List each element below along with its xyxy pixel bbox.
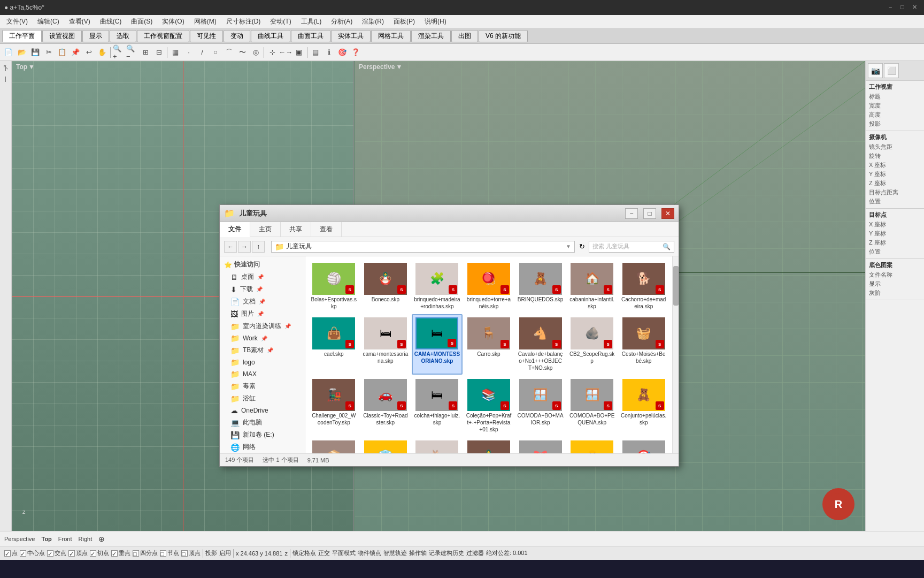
file-item-1[interactable]: 🏐 S Bolas+Esportivas.skp	[309, 260, 359, 313]
tab-mesh-tools[interactable]: 网格工具	[371, 30, 411, 42]
file-item-4[interactable]: 🪀 S brinquedo+torre+anéis.skp	[464, 260, 514, 313]
file-item-8[interactable]: 👜 S cael.skp	[309, 314, 359, 375]
tool-layer[interactable]: ▤	[309, 46, 322, 59]
tool-dim[interactable]: ←→	[279, 46, 292, 59]
snap-quad[interactable]: □ 四分点	[133, 549, 158, 557]
tool-mesh[interactable]: ⊹	[266, 46, 279, 59]
maximize-button[interactable]: □	[900, 4, 908, 11]
file-item-15[interactable]: 🚂 S Challenge_002_WoodenToy.skp	[309, 376, 359, 436]
tool-line[interactable]: /	[196, 46, 209, 59]
left-tool-2[interactable]: |	[1, 74, 11, 83]
file-item-19[interactable]: 🪟 S COMODA+BO+MAIOR.skp	[515, 376, 566, 436]
panel-icon-photo[interactable]: 📷	[868, 63, 883, 78]
sidebar-item-logo[interactable]: 📁 logo	[220, 356, 305, 368]
tab-print[interactable]: 出图	[451, 30, 478, 42]
sidebar-item-drive-e[interactable]: 💾 新加卷 (E:)	[220, 429, 305, 441]
sidebar-item-downloads[interactable]: ⬇ 下载 📌	[220, 283, 305, 295]
left-viewport-dropdown[interactable]: Top ▼	[16, 63, 35, 71]
snap-top[interactable]: □ 顶点	[181, 549, 201, 557]
file-item-3[interactable]: 🧩 S brinquedo+madeira+rodinhas.skp	[412, 260, 463, 313]
ribbon-tab-file[interactable]: 文件	[220, 222, 250, 237]
sidebar-item-max[interactable]: 📁 MAX	[220, 368, 305, 380]
tool-arc[interactable]: ⌒	[222, 46, 235, 59]
menu-edit[interactable]: 编辑(C)	[33, 16, 64, 27]
file-item-20[interactable]: 🪟 S COMODA+BO+PEQUENA.skp	[567, 376, 618, 436]
menu-mesh[interactable]: 网格(M)	[190, 16, 221, 27]
file-item-16[interactable]: 🚗 S Classic+Toy+Roadster.skp	[360, 376, 411, 436]
menu-file[interactable]: 文件(V)	[2, 16, 32, 27]
addr-dropdown-icon[interactable]: ▼	[566, 244, 571, 249]
snap-knot[interactable]: □ 节点	[160, 549, 179, 557]
view-tab-right[interactable]: Right	[79, 536, 93, 542]
sidebar-item-work[interactable]: 📁 Work 📌	[220, 332, 305, 344]
tool-circle[interactable]: ○	[209, 46, 222, 59]
sidebar-item-tbmaterial[interactable]: 📁 TB素材 📌	[220, 344, 305, 356]
status-filter[interactable]: 过滤器	[466, 549, 484, 557]
tool-undo[interactable]: ↩	[82, 46, 95, 59]
menu-analyze[interactable]: 分析(A)	[327, 16, 357, 27]
sidebar-item-network[interactable]: 🌐 网络	[220, 441, 305, 453]
file-item-23[interactable]: 🧊 S cubos+artie+design.skp	[360, 437, 411, 453]
sidebar-item-thispc[interactable]: 💻 此电脑	[220, 416, 305, 429]
view-tab-top[interactable]: Top	[41, 536, 51, 542]
dialog-search-bar[interactable]: 搜索 儿童玩具 🔍	[589, 241, 674, 253]
dialog-scrollbar-thumb[interactable]	[673, 266, 679, 306]
tab-surface-tools[interactable]: 曲面工具	[291, 30, 330, 42]
file-item-10[interactable]: 🛏 S CAMA+MONTESSORIANO.skp	[412, 314, 463, 375]
tool-help[interactable]: ❓	[349, 46, 362, 59]
tab-select[interactable]: 选取	[110, 30, 136, 42]
ribbon-tab-view[interactable]: 查看	[311, 222, 342, 237]
snap-perp[interactable]: ✓ 垂点	[111, 549, 130, 557]
sidebar-item-documents[interactable]: 📄 文档 📌	[220, 295, 305, 308]
right-viewport-dropdown[interactable]: Perspective ▼	[359, 63, 402, 71]
tab-workplane[interactable]: 工作平面	[2, 30, 42, 42]
file-item-27[interactable]: 🐥 S ducky05.skp	[567, 437, 618, 453]
dialog-forward-button[interactable]: →	[238, 241, 251, 253]
dialog-up-button[interactable]: ↑	[252, 241, 265, 253]
dialog-back-button[interactable]: ←	[224, 241, 237, 253]
snap-vertex[interactable]: ✓ 顶点	[68, 549, 88, 557]
status-objsnap[interactable]: 物件锁点	[358, 549, 381, 557]
tab-curve-tools[interactable]: 曲线工具	[251, 30, 290, 42]
tab-viewport-config[interactable]: 工作视窗配置	[137, 30, 189, 42]
tab-visibility[interactable]: 可见性	[190, 30, 223, 42]
menu-help[interactable]: 说明(H)	[420, 16, 451, 27]
dialog-scrollbar[interactable]	[672, 256, 679, 453]
file-item-26[interactable]: 🎀 S decoration.skp	[515, 437, 566, 453]
status-smarttrack[interactable]: 智慧轨迹	[383, 549, 407, 557]
tab-solid-tools[interactable]: 实体工具	[331, 30, 371, 42]
file-item-9[interactable]: 🛏 S cama+montessoriana.skp	[360, 314, 411, 375]
status-lockgrid[interactable]: 锁定格点	[292, 549, 316, 557]
tool-zoom-win[interactable]: ⊟	[152, 46, 165, 59]
sidebar-item-bathtub[interactable]: 📁 浴缸	[220, 392, 305, 405]
menu-view[interactable]: 查看(V)	[65, 16, 95, 27]
tool-cut[interactable]: ✂	[42, 46, 55, 59]
sidebar-item-toxic[interactable]: 📁 毒素	[220, 380, 305, 392]
file-item-5[interactable]: 🧸 S BRINQUEDOS.skp	[515, 260, 566, 313]
tool-zoom-in[interactable]: 🔍+	[112, 46, 125, 59]
snap-center[interactable]: ✓ 中心点	[20, 549, 45, 557]
snap-tangent[interactable]: ✓ 切点	[90, 549, 109, 557]
menu-panels[interactable]: 面板(P)	[389, 16, 419, 27]
file-item-2[interactable]: 🪆 S Boneco.skp	[360, 260, 411, 313]
tool-paste[interactable]: 📌	[69, 46, 82, 59]
file-item-11[interactable]: 🪑 S Carro.skp	[464, 314, 514, 375]
ribbon-tab-home[interactable]: 主页	[250, 222, 281, 237]
tool-new[interactable]: 📄	[2, 46, 15, 59]
file-item-14[interactable]: 🧺 S Cesto+Moisés+Bebé.skp	[618, 314, 669, 375]
status-history[interactable]: 记录建构历史	[429, 549, 464, 557]
close-button[interactable]: ✕	[912, 4, 920, 11]
tool-props[interactable]: ℹ	[322, 46, 335, 59]
file-item-22[interactable]: 📦 S Creebo1.skp	[309, 437, 359, 453]
tab-render-tools[interactable]: 渲染工具	[411, 30, 451, 42]
dialog-address-bar[interactable]: 📁 儿童玩具 ▼	[271, 241, 575, 253]
file-item-28[interactable]: 🎯 S ekore.skp	[618, 437, 669, 453]
tool-pan[interactable]: ✋	[96, 46, 109, 59]
file-item-13[interactable]: 🪨 S CB2_ScopeRug.skp	[567, 314, 618, 375]
sidebar-item-interior[interactable]: 📁 室内道染训练 📌	[220, 320, 305, 332]
view-tab-add[interactable]: ⊕	[98, 535, 105, 543]
file-item-7[interactable]: 🐕 S Cachorro+de+madeira.skp	[618, 260, 669, 313]
sidebar-item-pictures[interactable]: 🖼 图片 📌	[220, 308, 305, 320]
status-gumball[interactable]: 操作轴	[409, 549, 427, 557]
tool-copy[interactable]: 📋	[56, 46, 68, 59]
